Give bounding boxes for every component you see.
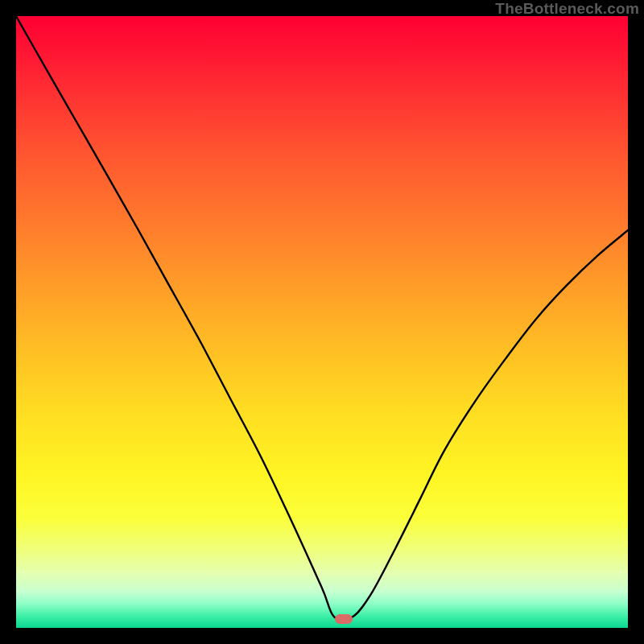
chart-frame: TheBottleneck.com xyxy=(0,0,644,644)
bottleneck-curve xyxy=(16,16,628,628)
minimum-marker xyxy=(335,614,353,624)
watermark-text: TheBottleneck.com xyxy=(495,0,639,18)
plot-area xyxy=(16,16,628,628)
